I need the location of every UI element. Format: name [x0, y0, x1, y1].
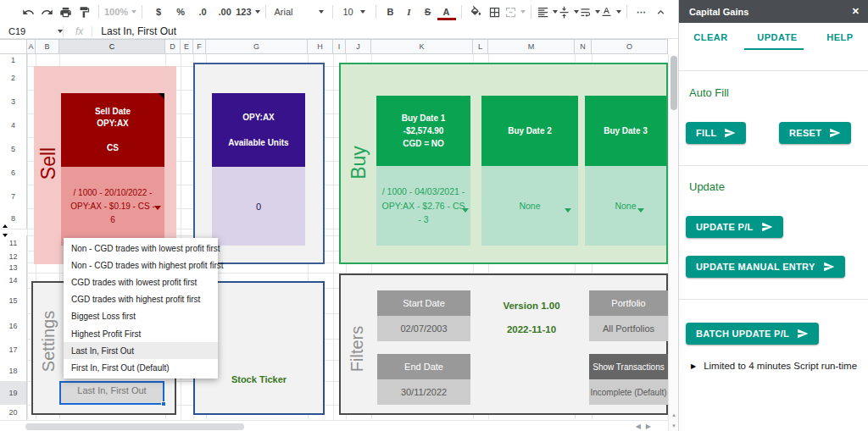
format-percent-button[interactable]: %	[170, 2, 192, 22]
merge-cells-icon[interactable]	[504, 2, 526, 22]
show-hidden-rows-up-icon[interactable]	[3, 224, 8, 228]
vertical-align-icon[interactable]	[558, 2, 579, 22]
scroll-left-right-icons[interactable]: ◀▶	[636, 423, 656, 430]
borders-icon[interactable]	[486, 2, 504, 22]
buy-3-dropdown-icon[interactable]	[637, 208, 644, 213]
col-header-K[interactable]: K	[371, 39, 473, 54]
col-header-J[interactable]: J	[346, 39, 371, 54]
row-header-18[interactable]: 18	[0, 360, 27, 381]
collapse-toolbar-icon[interactable]	[651, 2, 670, 22]
text-wrap-icon[interactable]	[579, 2, 600, 22]
col-header-I[interactable]: I	[333, 39, 346, 54]
expand-arrow-icon[interactable]: ▶	[691, 362, 696, 370]
menu-item[interactable]: Highest Profit First	[64, 325, 218, 342]
buy-date-2-value-cell[interactable]: None	[481, 166, 578, 246]
end-date-value[interactable]: 30/11/2022	[377, 379, 470, 405]
horizontal-scrollbar[interactable]: ◀▶	[0, 420, 668, 431]
print-icon[interactable]	[56, 2, 75, 22]
row-header-1[interactable]: 1	[0, 54, 27, 66]
col-header-C[interactable]: C	[59, 39, 165, 54]
vertical-scrollbar[interactable]: ▲ ▼	[668, 54, 678, 431]
start-date-value[interactable]: 02/07/2003	[377, 316, 470, 341]
strikethrough-button[interactable]: S	[419, 2, 437, 22]
buy-date-1-header-cell[interactable]: Buy Date 1 -$2,574.90 CGD = NO	[376, 96, 470, 166]
portfolio-value[interactable]: All Portfolios	[589, 316, 668, 341]
row-header-5[interactable]: 5	[0, 137, 27, 161]
selected-cell-C19[interactable]: Last In, First Out	[59, 381, 164, 405]
row-header-19[interactable]: 19	[0, 381, 27, 405]
select-all-corner[interactable]	[0, 39, 27, 54]
script-runtime-note[interactable]: ▶Limited to 4 minutes Script run-time	[691, 361, 857, 371]
menu-item[interactable]: Non - CGD trades with lowest profit firs…	[64, 240, 218, 257]
col-header-A[interactable]: A	[27, 39, 36, 54]
format-currency-button[interactable]: $	[147, 2, 170, 22]
more-toolbar-button[interactable]: ⋯	[632, 2, 651, 22]
undo-icon[interactable]	[19, 2, 37, 22]
close-icon[interactable]: ✕	[852, 6, 860, 17]
font-select[interactable]: Arial	[271, 2, 327, 22]
batch-update-pl-button[interactable]: BATCH UPDATE P/L	[686, 323, 819, 345]
row-header-7[interactable]: 7	[0, 185, 27, 208]
available-units-value-cell[interactable]: 0	[212, 167, 305, 246]
col-header-E[interactable]: E	[181, 39, 193, 54]
row-header-13[interactable]: 13	[0, 262, 27, 273]
buy-date-3-header-cell[interactable]: Buy Date 3	[585, 96, 666, 166]
col-header-O[interactable]: O	[592, 39, 668, 54]
col-header-L[interactable]: L	[473, 39, 488, 54]
menu-item[interactable]: Biggest Loss first	[64, 308, 218, 325]
buy-date-1-value-cell[interactable]: / 1000 - 04/03/2021 - OPY:AX - $2.76 - C…	[376, 166, 470, 246]
menu-item-highlighted[interactable]: Last In, First Out	[64, 342, 218, 359]
more-formats-button[interactable]: 123	[236, 2, 259, 22]
zoom-select[interactable]: 100%	[104, 2, 136, 22]
col-header-F[interactable]: F	[193, 39, 206, 54]
show-hidden-rows-down-icon[interactable]	[3, 234, 8, 237]
horizontal-scrollbar-thumb[interactable]	[25, 423, 244, 430]
tab-update[interactable]: UPDATE	[757, 32, 797, 42]
row-header-2[interactable]: 2	[0, 66, 27, 90]
tab-help[interactable]: HELP	[826, 32, 853, 42]
font-size-select[interactable]: 10	[338, 2, 370, 22]
row-header-15[interactable]: 15	[0, 288, 27, 313]
col-header-N[interactable]: N	[575, 39, 592, 54]
bold-button[interactable]: B	[381, 2, 400, 22]
row-header-3[interactable]: 3	[0, 90, 27, 113]
menu-item[interactable]: Non - CGD trades with highest profit fir…	[64, 257, 218, 274]
menu-item[interactable]: CGD trades with lowest profit first	[64, 274, 218, 290]
fill-button[interactable]: FILL	[686, 122, 746, 144]
sell-dropdown-icon[interactable]	[154, 206, 161, 210]
horizontal-align-icon[interactable]	[537, 2, 558, 22]
redo-icon[interactable]	[37, 2, 56, 22]
col-header-G[interactable]: G	[206, 39, 308, 54]
paint-format-icon[interactable]	[75, 2, 93, 22]
row-header-17[interactable]: 17	[0, 339, 27, 360]
update-manual-entry-button[interactable]: UPDATE MANUAL ENTRY	[686, 256, 845, 278]
show-transactions-value[interactable]: Incomplete (Default)	[589, 379, 668, 405]
tab-clear[interactable]: CLEAR	[693, 32, 727, 42]
sell-header-cell[interactable]: Sell Date OPY:AX CS	[61, 93, 164, 167]
col-header-H[interactable]: H	[308, 39, 333, 54]
reset-button[interactable]: RESET	[779, 122, 851, 144]
available-units-header-cell[interactable]: OPY:AX Available Units	[212, 93, 305, 167]
fill-handle[interactable]	[161, 401, 166, 406]
row-header-4[interactable]: 4	[0, 113, 27, 137]
text-color-button[interactable]: A	[437, 6, 456, 20]
buy-2-dropdown-icon[interactable]	[565, 208, 571, 213]
buy-date-2-header-cell[interactable]: Buy Date 2	[481, 96, 578, 166]
col-header-B[interactable]: B	[36, 39, 59, 54]
row-header-6[interactable]: 6	[0, 161, 27, 185]
menu-item[interactable]: CGD trades with highest profit first	[64, 291, 218, 308]
decrease-decimal-button[interactable]: .0	[192, 2, 214, 22]
buy-date-3-value-cell[interactable]: None	[585, 166, 666, 246]
menu-item[interactable]: First In, First Out (Default)	[64, 359, 218, 376]
italic-button[interactable]: I	[400, 2, 419, 22]
col-header-M[interactable]: M	[488, 39, 575, 54]
col-header-D[interactable]: D	[165, 39, 181, 54]
update-pl-button[interactable]: UPDATE P/L	[686, 216, 783, 238]
formula-input[interactable]: Last In, First Out	[101, 25, 176, 37]
row-header-20[interactable]: 20	[0, 405, 27, 419]
row-header-14[interactable]: 14	[0, 273, 27, 288]
buy-1-dropdown-icon[interactable]	[462, 208, 469, 213]
increase-decimal-button[interactable]: .00	[214, 2, 236, 22]
text-rotation-icon[interactable]	[600, 2, 621, 22]
vertical-scrollbar-thumb[interactable]	[670, 56, 677, 110]
